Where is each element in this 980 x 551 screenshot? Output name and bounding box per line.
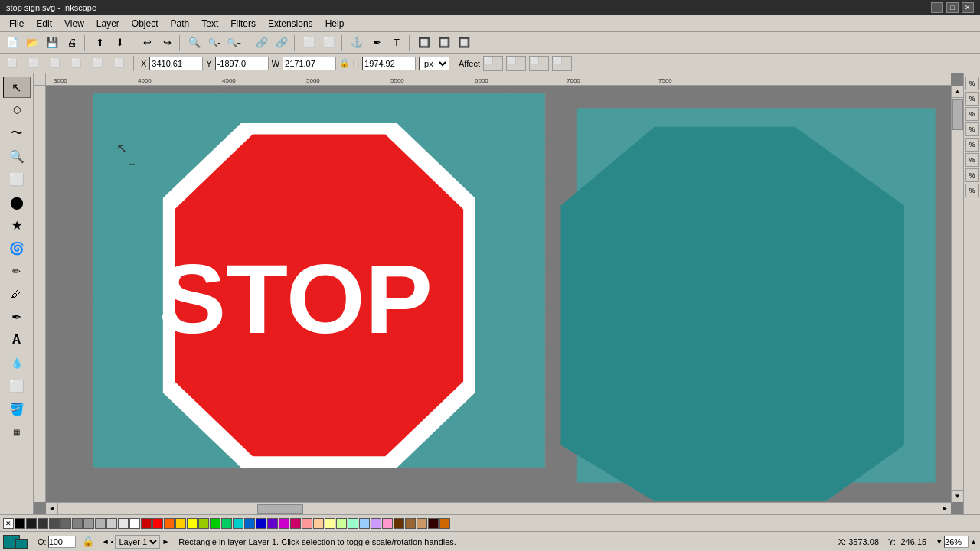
snap-btn8[interactable]: % [965,184,979,197]
swatch-purple[interactable] [267,518,278,529]
swatch-red[interactable] [152,518,163,529]
scroll-up-button[interactable]: ▲ [952,86,964,98]
swatch-gray4[interactable] [95,518,106,529]
fill-tool-button[interactable]: 🪣 [3,398,31,419]
swatch-gray1[interactable] [60,518,71,529]
affect-btn1[interactable]: ⬜ [483,56,503,71]
swatch-lightgreen[interactable] [336,518,347,529]
maximize-button[interactable]: □ [946,2,959,13]
node-tool-button[interactable]: ⬡ [3,99,31,121]
align-center-button[interactable]: ⬜ [24,55,43,72]
layers-button[interactable]: 🔲 [455,34,473,51]
spiral-tool-button[interactable]: 🌀 [3,237,31,259]
x-input[interactable] [149,57,203,70]
opacity-input[interactable] [48,536,76,548]
swatch-black[interactable] [15,518,25,529]
import-button[interactable]: ⬆ [90,34,109,51]
pen-tool-button[interactable]: 🖊 [3,283,31,305]
y-input[interactable] [215,57,269,70]
swatch-gray2[interactable] [72,518,83,529]
swatch-brown1[interactable] [394,518,404,529]
zoom-in-button[interactable]: 🔍 [185,34,204,51]
swatch-yellow[interactable] [187,518,198,529]
swatch-navy[interactable] [256,518,266,529]
snap-btn6[interactable]: % [965,153,979,167]
hscroll-left-button[interactable]: ◄ [46,503,58,515]
transform-button[interactable]: 🔲 [415,34,433,51]
undo-button[interactable]: ↩ [138,34,156,51]
align-bottom-button[interactable]: ⬜ [110,55,129,72]
swatch-lightpink[interactable] [302,518,312,529]
spray-tool-button[interactable]: 💧 [3,352,31,373]
swatch-lavender[interactable] [371,518,381,529]
minimize-button[interactable]: — [931,2,943,13]
swatch-mint[interactable] [221,518,232,529]
swatch-dark3[interactable] [49,518,60,529]
gradient-tool-button[interactable]: ▦ [3,421,31,442]
align-button[interactable]: ⬜ [300,34,318,51]
zoom-up-button[interactable]: ▲ [970,538,977,546]
swatch-orange[interactable] [164,518,175,529]
ellipse-tool-button[interactable]: ⬤ [3,191,31,213]
zoom-fit-button[interactable]: 🔍= [225,34,243,51]
swatch-blue[interactable] [244,518,255,529]
swatch-aqua[interactable] [348,518,358,529]
canvas-container[interactable]: 3000 4000 4500 5000 5500 6000 7000 7500 [34,73,963,514]
align-left-button[interactable]: ⬜ [3,55,21,72]
hscroll-thumb[interactable] [257,504,303,514]
swatch-white[interactable] [129,518,140,529]
swatch-gray5[interactable] [106,518,117,529]
pencil-tool-button[interactable]: ✏ [3,260,31,282]
swatch-tan[interactable] [416,518,427,529]
swatch-lime[interactable] [198,518,209,529]
star-tool-button[interactable]: ★ [3,214,31,236]
affect-btn4[interactable]: ⬜ [552,56,572,71]
menu-view[interactable]: View [58,17,90,31]
swatch-magenta[interactable] [279,518,289,529]
export-button[interactable]: ⬇ [110,34,129,51]
h-input[interactable] [362,57,416,70]
xml-button[interactable]: 🔲 [435,34,453,51]
swatch-dark2[interactable] [38,518,48,529]
snap-btn1[interactable]: % [965,77,979,90]
swatch-skyblue[interactable] [359,518,370,529]
snap-btn3[interactable]: % [965,107,979,121]
select-tool-button[interactable]: ↖ [3,77,31,98]
stroke-swatch[interactable] [15,539,28,549]
vertical-scrollbar[interactable]: ▲ ▼ [951,86,963,502]
menu-file[interactable]: File [3,17,30,31]
redo-button[interactable]: ↪ [158,34,176,51]
save-button[interactable]: 💾 [43,34,61,51]
layer-select[interactable]: Layer 1 [115,535,160,549]
rect-tool-button[interactable]: ⬜ [3,168,31,190]
swatch-lightyellow[interactable] [325,518,335,529]
horizontal-scrollbar[interactable]: ◄ ► [46,502,951,514]
calligraphy-tool-button[interactable]: ✒ [3,306,31,328]
open-button[interactable]: 📂 [23,34,41,51]
w-input[interactable] [283,57,336,70]
snap-btn4[interactable]: % [965,122,979,136]
unit-select[interactable]: px mm in [419,57,449,70]
new-button[interactable]: 📄 [3,34,21,51]
swatch-dark1[interactable] [26,518,37,529]
swatch-green[interactable] [210,518,220,529]
swatch-darkred[interactable] [141,518,152,529]
menu-help[interactable]: Help [319,17,351,31]
scroll-thumb[interactable] [952,99,963,130]
swatch-gray3[interactable] [83,518,94,529]
zoom-down-button[interactable]: ▼ [936,538,942,546]
no-color-swatch[interactable]: ✕ [3,518,14,529]
distribute-button[interactable]: ⬜ [320,34,338,51]
align-middle-button[interactable]: ⬜ [89,55,107,72]
snap-btn5[interactable]: % [965,138,979,152]
swatch-brown2[interactable] [405,518,416,529]
eraser-tool-button[interactable]: ⬜ [3,375,31,396]
hscroll-right-button[interactable]: ► [939,503,951,515]
swatch-darkbrown[interactable] [428,518,439,529]
group-button[interactable]: 🔗 [253,34,271,51]
swatch-cyan[interactable] [233,518,243,529]
node-button[interactable]: ⚓ [348,34,366,51]
canvas-content[interactable]: STOP ↖ ↔ [46,86,951,502]
align-top-button[interactable]: ⬜ [67,55,86,72]
text-format-button[interactable]: T [387,34,406,51]
